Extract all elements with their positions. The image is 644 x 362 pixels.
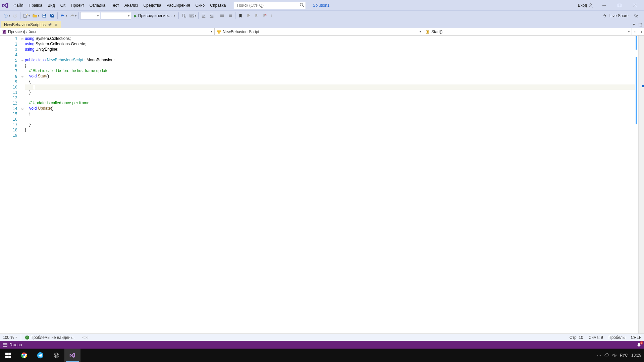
menu-item-средства[interactable]: Средства [141, 0, 164, 10]
bookmark-button[interactable] [237, 12, 244, 20]
issues-indicator[interactable]: ✓ Проблемы не найдены. [25, 335, 74, 340]
indent-more-button[interactable] [208, 12, 215, 20]
menu-item-вид[interactable]: Вид [45, 0, 58, 10]
eol-indicator[interactable]: CRLF [631, 335, 641, 340]
vs-taskbar-icon[interactable] [64, 349, 80, 362]
tab-file[interactable]: NewBehaviourScript.cs �записан ✕ [1, 21, 61, 28]
code-line[interactable]: public class NewBehaviourScript : MonoBe… [25, 58, 635, 63]
search-input[interactable] [234, 3, 306, 8]
start-button[interactable] [0, 349, 16, 362]
nav-member-combo[interactable]: Start() ▾ [423, 28, 632, 35]
solution-name[interactable]: Solution1 [313, 3, 329, 8]
next-bookmark-button[interactable] [253, 12, 260, 20]
code-line[interactable]: // Update is called once per frame [25, 101, 635, 106]
code-line[interactable]: using UnityEngine; [25, 47, 635, 52]
comment-button[interactable] [218, 12, 226, 20]
code-line[interactable]: using System.Collections.Generic; [25, 42, 635, 47]
code-line[interactable]: } [25, 90, 635, 95]
open-file-button[interactable]: ▾ [31, 12, 40, 20]
platform-combo[interactable]: ▾ [101, 12, 131, 19]
split-view-button[interactable]: ↔ [632, 28, 638, 35]
menu-item-git[interactable]: Git [58, 0, 68, 10]
menu-item-анализ[interactable]: Анализ [122, 0, 141, 10]
live-share-icon [603, 13, 607, 18]
tray-more-icon[interactable]: ⋯ [597, 353, 601, 358]
nav-back-button[interactable]: ▾ [2, 12, 11, 20]
menu-item-расширения[interactable]: Расширения [164, 0, 193, 10]
fold-toggle[interactable]: ⊟ [20, 36, 25, 42]
menu-item-тест[interactable]: Тест [108, 0, 122, 10]
indent-less-button[interactable] [200, 12, 207, 20]
uncomment-button[interactable] [226, 12, 234, 20]
volume-icon[interactable] [612, 353, 616, 358]
run-attach-button[interactable]: ▶ Присоединение… ▾ [132, 12, 177, 20]
line-indicator[interactable]: Стр: 10 [570, 335, 583, 340]
indent-indicator[interactable]: Пробелы [608, 335, 626, 340]
close-button[interactable] [628, 1, 642, 10]
clear-bookmarks-button[interactable] [261, 12, 268, 20]
split-view-button-2[interactable]: ⫞ [638, 28, 644, 35]
maximize-button[interactable] [612, 1, 627, 10]
code-line[interactable] [25, 84, 635, 90]
menu-item-проект[interactable]: Проект [68, 0, 87, 10]
cloud-icon[interactable] [604, 353, 609, 358]
code-line[interactable]: { [25, 111, 635, 117]
redo-button[interactable]: ▾ [68, 12, 77, 20]
menu-item-справка[interactable]: Справка [207, 0, 228, 10]
image-tool-button[interactable]: ▾ [188, 12, 197, 20]
search-box[interactable] [234, 2, 306, 9]
feedback-button[interactable] [633, 12, 640, 20]
code-line[interactable]: { [25, 79, 635, 84]
find-in-files-button[interactable] [180, 12, 187, 20]
minimize-button[interactable] [597, 1, 611, 10]
code-line[interactable]: } [25, 122, 635, 127]
code-line[interactable]: { [25, 63, 635, 68]
code-line[interactable]: // Start is called before the first fram… [25, 68, 635, 74]
vertical-scrollbar[interactable] [638, 36, 644, 334]
prev-bookmark-button[interactable] [245, 12, 252, 20]
code-line[interactable]: } [25, 127, 635, 133]
svg-rect-34 [8, 353, 11, 355]
tray-lang[interactable]: РУС [620, 353, 628, 358]
more-bookmarks-button[interactable] [269, 12, 276, 20]
chrome-taskbar-icon[interactable] [16, 349, 32, 362]
zoom-control[interactable]: 100 % ▾ [3, 335, 17, 340]
nav-project-combo[interactable]: C# Прочие файлы ▾ [0, 28, 215, 35]
code-line[interactable]: using System.Collections; [25, 36, 635, 42]
save-all-button[interactable] [49, 12, 56, 20]
code-line[interactable]: void Start() [25, 74, 635, 79]
login-button[interactable]: Вход [575, 3, 596, 8]
telegram-taskbar-icon[interactable] [32, 349, 48, 362]
menu-item-файл[interactable]: Файл [11, 0, 26, 10]
fold-toggle[interactable]: ⊟ [20, 74, 25, 79]
menu-item-правка[interactable]: Правка [26, 0, 45, 10]
config-combo[interactable]: ▾ [80, 12, 100, 19]
code-line[interactable] [25, 133, 635, 138]
undo-button[interactable]: ▾ [59, 12, 68, 20]
nav-arrows[interactable] [82, 336, 89, 340]
col-indicator[interactable]: Симв: 9 [589, 335, 603, 340]
fold-toggle[interactable]: ⊟ [20, 58, 25, 63]
save-button[interactable] [41, 12, 48, 20]
tab-pin-icon[interactable]: �записан [48, 23, 52, 26]
notifications-button[interactable]: 1 [637, 343, 641, 347]
line-number: 14 [0, 106, 20, 111]
live-share-button[interactable]: Live Share [601, 13, 631, 18]
menu-item-отладка[interactable]: Отладка [87, 0, 108, 10]
unity-taskbar-icon[interactable] [48, 349, 64, 362]
tray-time[interactable]: 13:29 [631, 353, 641, 358]
code-line[interactable] [25, 95, 635, 101]
new-item-button[interactable]: ▾ [22, 12, 31, 20]
system-tray[interactable]: ⋯ РУС 13:29 [597, 353, 644, 358]
tab-fullscreen-button[interactable]: ⬚ [637, 22, 643, 27]
nav-class-combo[interactable]: NewBehaviourScript ▾ [215, 28, 423, 35]
tab-dropdown-button[interactable]: ▾ [631, 22, 637, 27]
tab-close-icon[interactable]: ✕ [54, 22, 58, 27]
code-area[interactable]: using System.Collections;using System.Co… [25, 36, 635, 334]
code-line[interactable] [25, 117, 635, 122]
fold-toggle[interactable]: ⊟ [20, 106, 25, 111]
nav-forward-button[interactable] [11, 12, 19, 20]
code-line[interactable] [25, 52, 635, 58]
code-line[interactable]: void Update() [25, 106, 635, 111]
menu-item-окно[interactable]: Окно [193, 0, 207, 10]
